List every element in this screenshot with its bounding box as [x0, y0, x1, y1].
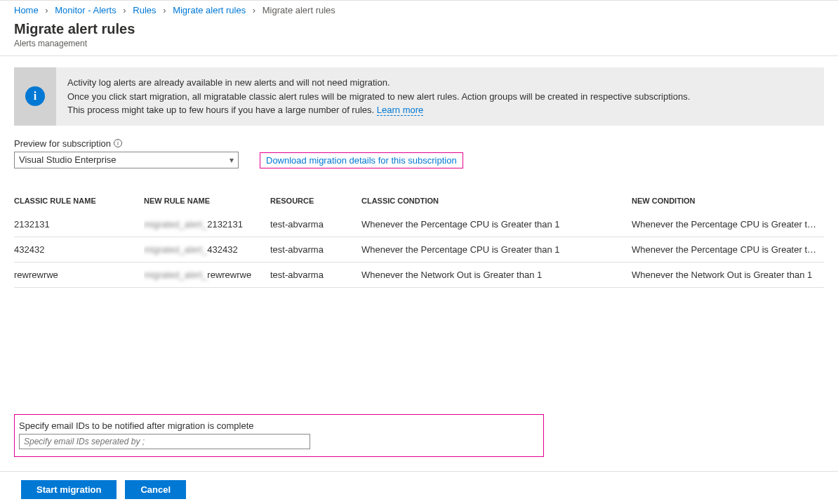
- rules-table: CLASSIC RULE NAME NEW RULE NAME RESOURCE…: [14, 190, 824, 288]
- table-row: 2132131 migrated_alert_2132131 test-abva…: [14, 212, 824, 237]
- cell-new-rule: migrated_alert_432432: [144, 237, 270, 262]
- cell-classic-cond: Whenever the Percentage CPU is Greater t…: [361, 237, 632, 262]
- info-line3: This process might take up to few hours …: [67, 105, 377, 115]
- email-label: Specify email IDs to be notified after m…: [19, 420, 539, 431]
- cell-new-rule: migrated_alert_rewrewrwe: [144, 263, 270, 287]
- col-classic-rule: CLASSIC RULE NAME: [14, 190, 144, 212]
- col-new-rule: NEW RULE NAME: [144, 190, 270, 212]
- col-new-condition: NEW CONDITION: [632, 190, 824, 212]
- table-row: rewrewrwe migrated_alert_rewrewrwe test-…: [14, 263, 824, 288]
- cell-classic-cond: Whenever the Percentage CPU is Greater t…: [361, 212, 632, 237]
- info-tooltip-icon[interactable]: i: [114, 139, 122, 147]
- start-migration-button[interactable]: Start migration: [21, 480, 117, 499]
- subscription-select[interactable]: Visual Studio Enterprise ▾: [14, 152, 239, 168]
- info-line1: Activity log alerts are already availabl…: [67, 76, 690, 90]
- learn-more-link[interactable]: Learn more: [377, 105, 423, 116]
- cell-classic-rule: rewrewrwe: [14, 263, 144, 287]
- cell-classic-rule: 2132131: [14, 212, 144, 237]
- cell-new-cond: Whenever the Percentage CPU is Greater t…: [632, 237, 824, 262]
- col-classic-condition: CLASSIC CONDTION: [361, 190, 632, 212]
- subscription-selected-value: Visual Studio Enterprise: [19, 154, 117, 165]
- download-migration-details-link[interactable]: Download migration details for this subs…: [266, 155, 457, 166]
- info-line2: Once you click start migration, all migr…: [67, 90, 690, 104]
- page-title: Migrate alert rules: [14, 21, 824, 37]
- breadcrumb-current: Migrate alert rules: [262, 5, 335, 15]
- breadcrumb-monitor-alerts[interactable]: Monitor - Alerts: [55, 5, 116, 15]
- cell-new-cond: Whenever the Percentage CPU is Greater t…: [632, 212, 824, 237]
- chevron-down-icon: ▾: [230, 155, 234, 165]
- table-row: 432432 migrated_alert_432432 test-abvarm…: [14, 237, 824, 263]
- cell-classic-rule: 432432: [14, 237, 144, 262]
- col-resource: RESOURCE: [270, 190, 361, 212]
- email-input[interactable]: [19, 434, 310, 449]
- breadcrumb-migrate-alert-rules[interactable]: Migrate alert rules: [173, 5, 246, 15]
- breadcrumb-rules[interactable]: Rules: [133, 5, 156, 15]
- breadcrumb-home[interactable]: Home: [14, 5, 39, 15]
- cell-classic-cond: Whenever the Network Out is Greater than…: [361, 263, 632, 287]
- info-icon: i: [25, 86, 45, 106]
- cell-resource: test-abvarma: [270, 212, 361, 237]
- cell-resource: test-abvarma: [270, 237, 361, 262]
- cell-resource: test-abvarma: [270, 263, 361, 287]
- cancel-button[interactable]: Cancel: [125, 480, 186, 499]
- page-subtitle: Alerts management: [14, 39, 824, 48]
- cell-new-cond: Whenever the Network Out is Greater than…: [632, 263, 824, 287]
- cell-new-rule: migrated_alert_2132131: [144, 212, 270, 237]
- breadcrumb: Home › Monitor - Alerts › Rules › Migrat…: [0, 1, 838, 18]
- info-banner: i Activity log alerts are already availa…: [14, 67, 824, 126]
- preview-label: Preview for subscription: [14, 138, 111, 149]
